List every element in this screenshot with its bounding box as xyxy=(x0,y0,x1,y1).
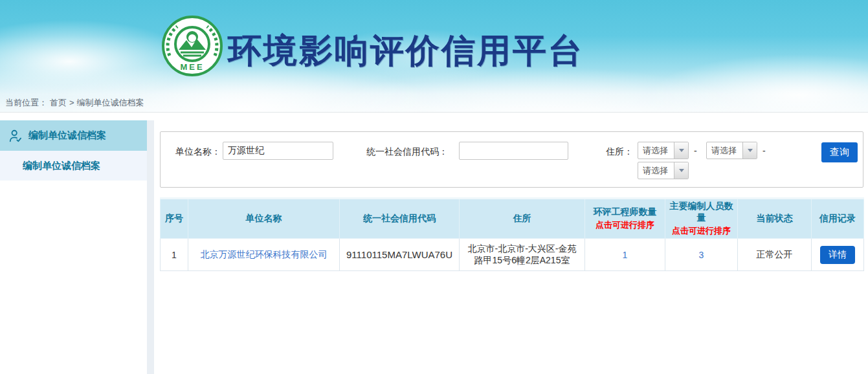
credit-code-label: 统一社会信用代码： xyxy=(366,146,448,158)
company-name-link[interactable]: 北京万源世纪环保科技有限公司 xyxy=(201,249,328,259)
sort-hint: 点击可进行排序 xyxy=(668,225,735,237)
header-staff-count-label: 主要编制人员数量 xyxy=(668,201,735,224)
sidebar-subitem-credit-archive[interactable]: 编制单位诚信档案 xyxy=(0,151,147,181)
sidebar-item-label: 编制单位诚信档案 xyxy=(28,129,106,142)
search-panel: 单位名称： 统一社会信用代码： 住所： 请选择 - 请选择 - 请选择 查询 xyxy=(160,131,863,188)
mee-logo-icon: MEE xyxy=(161,14,224,78)
page: MEE 环境影响评价信用平台 当前位置：首页>编制单位诚信档案 编制单位诚信档案… xyxy=(0,0,868,374)
sidebar-subitem-label: 编制单位诚信档案 xyxy=(23,160,100,172)
table-header-row: 序号 单位名称 统一社会信用代码 住所 环评工程师数量 点击可进行排序 主要编制… xyxy=(161,199,864,239)
header-staff-count-sort[interactable]: 主要编制人员数量 点击可进行排序 xyxy=(665,199,738,239)
cell-address: 北京市-北京市-大兴区-金苑路甲15号6幢2层A215室 xyxy=(460,239,585,271)
district-select[interactable]: 请选择 xyxy=(638,162,689,179)
header-engineer-count-sort[interactable]: 环评工程师数量 点击可进行排序 xyxy=(585,199,665,239)
breadcrumb-home-link[interactable]: 首页 xyxy=(50,98,67,107)
table-row: 1 北京万源世纪环保科技有限公司 91110115MA7LWUA76U 北京市-… xyxy=(161,239,864,271)
user-check-icon xyxy=(8,129,23,143)
engineer-count-link[interactable]: 1 xyxy=(623,250,628,260)
banner: MEE 环境影响评价信用平台 当前位置：首页>编制单位诚信档案 xyxy=(0,0,868,113)
sidebar-divider xyxy=(147,120,154,374)
address-label: 住所： xyxy=(606,146,633,158)
detail-button[interactable]: 详情 xyxy=(820,246,855,264)
cell-credit-code: 91110115MA7LWUA76U xyxy=(340,239,460,271)
results-table: 序号 单位名称 统一社会信用代码 住所 环评工程师数量 点击可进行排序 主要编制… xyxy=(160,197,864,271)
header-engineer-count-label: 环评工程师数量 xyxy=(588,206,662,218)
site-title: 环境影响评价信用平台 xyxy=(228,28,584,74)
breadcrumb-separator: > xyxy=(69,98,74,107)
staff-count-link[interactable]: 3 xyxy=(699,250,704,260)
chevron-down-icon[interactable] xyxy=(674,162,688,179)
address-dash: - xyxy=(762,146,766,156)
sidebar: 编制单位诚信档案 编制单位诚信档案 xyxy=(0,120,147,181)
breadcrumb: 当前位置：首页>编制单位诚信档案 xyxy=(5,97,147,109)
chevron-down-icon[interactable] xyxy=(742,142,757,159)
sidebar-item-credit-archive[interactable]: 编制单位诚信档案 xyxy=(0,120,147,151)
query-button[interactable]: 查询 xyxy=(821,142,858,162)
header-index: 序号 xyxy=(161,199,188,239)
district-select-value: 请选择 xyxy=(638,162,674,179)
city-select[interactable]: 请选择 xyxy=(706,142,757,159)
unit-name-input[interactable] xyxy=(223,142,333,160)
cell-index: 1 xyxy=(161,239,188,271)
header-credit-code: 统一社会信用代码 xyxy=(340,199,460,239)
header-credit-record: 信用记录 xyxy=(812,199,864,239)
city-select-value: 请选择 xyxy=(707,142,742,159)
breadcrumb-current: 编制单位诚信档案 xyxy=(77,98,144,107)
breadcrumb-label: 当前位置： xyxy=(5,98,47,107)
province-select-value: 请选择 xyxy=(638,142,674,159)
chevron-down-icon[interactable] xyxy=(674,142,688,159)
unit-name-label: 单位名称： xyxy=(175,146,221,158)
credit-code-input[interactable] xyxy=(459,142,568,160)
header-address: 住所 xyxy=(460,199,585,239)
header-unit-name: 单位名称 xyxy=(188,199,340,239)
sort-hint: 点击可进行排序 xyxy=(588,219,662,231)
svg-text:MEE: MEE xyxy=(180,62,204,72)
address-dash: - xyxy=(694,146,697,156)
header-status: 当前状态 xyxy=(738,199,812,239)
cell-status: 正常公开 xyxy=(738,239,812,271)
province-select[interactable]: 请选择 xyxy=(638,142,689,159)
